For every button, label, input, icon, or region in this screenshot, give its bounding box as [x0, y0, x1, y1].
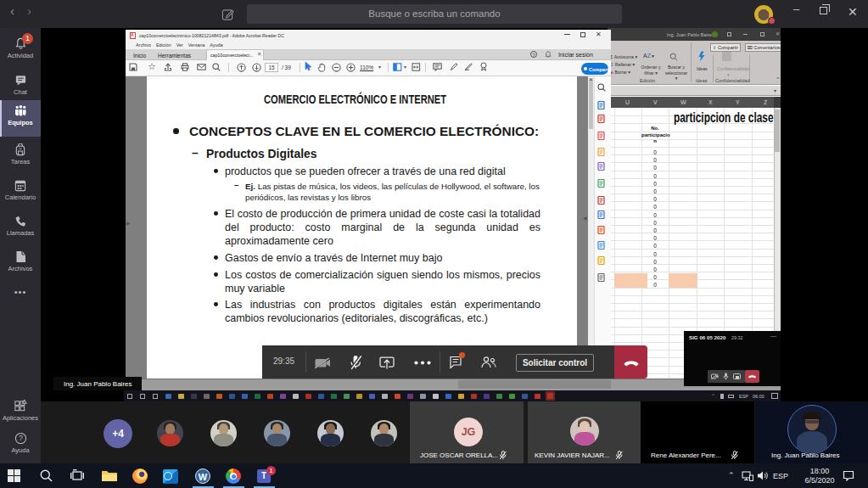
svg-text:?: ? — [19, 434, 23, 442]
